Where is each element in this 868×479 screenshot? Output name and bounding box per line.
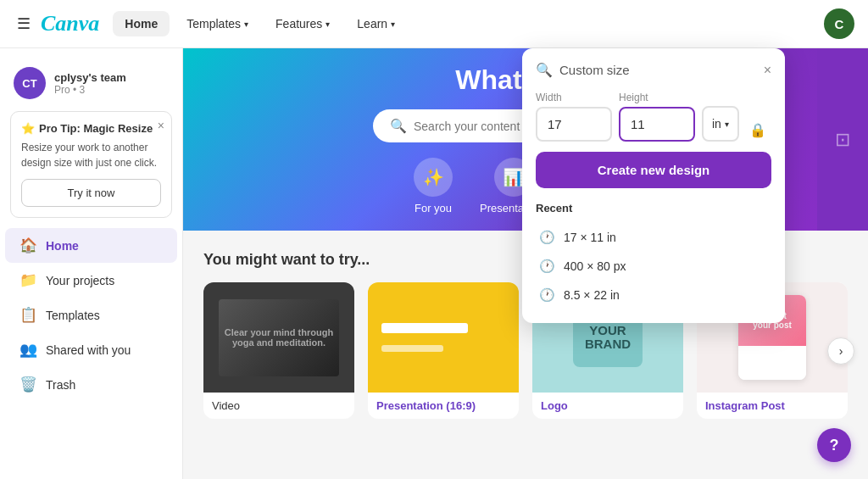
- help-button[interactable]: ?: [817, 428, 851, 462]
- pro-tip-close-button[interactable]: ×: [158, 119, 164, 132]
- sidebar: CT cplysy's team Pro • 3 × ⭐ Pro Tip: Ma…: [0, 48, 183, 479]
- height-field: Height: [619, 92, 695, 142]
- sidebar-item-home[interactable]: 🏠 Home: [5, 228, 177, 263]
- sidebar-nav: 🏠 Home 📁 Your projects 📋 Templates 👥 Sha…: [0, 228, 182, 402]
- sidebar-item-shared[interactable]: 👥 Shared with you: [5, 332, 177, 367]
- recent-item-2[interactable]: 🕐 8.5 × 22 in: [536, 281, 771, 309]
- for-you-label: For you: [415, 202, 452, 214]
- logo-thumb-text: YOURBRAND: [585, 324, 631, 352]
- pres-bar-1: [381, 323, 468, 333]
- star-icon: ⭐: [21, 122, 35, 135]
- presentation-label: Presentation (16:9): [368, 393, 519, 419]
- width-field: Width: [536, 92, 612, 142]
- search-icon: 🔍: [390, 118, 407, 134]
- learn-nav-label: Learn: [357, 17, 387, 31]
- sidebar-item-trash[interactable]: 🗑️ Trash: [5, 367, 177, 402]
- sidebar-item-shared-label: Shared with you: [46, 343, 131, 357]
- recent-item-1-label: 400 × 80 px: [564, 259, 626, 273]
- unit-select[interactable]: in ▾: [702, 106, 739, 142]
- dropdown-search-icon: 🔍: [536, 62, 553, 78]
- for-you-icon: ✨: [414, 158, 453, 197]
- team-sub: Pro • 3: [54, 84, 126, 96]
- scroll-right-button[interactable]: ›: [827, 337, 854, 365]
- templates-icon: 📋: [19, 306, 37, 324]
- pro-tip-card: × ⭐ Pro Tip: Magic Resize Resize your wo…: [10, 111, 172, 218]
- unit-chevron-icon: ▾: [725, 120, 729, 129]
- topnav: ☰ Canva Home Templates ▾ Features ▾ Lear…: [0, 0, 868, 48]
- clock-icon-2: 🕐: [539, 287, 555, 303]
- templates-chevron-icon: ▾: [244, 19, 248, 29]
- height-label: Height: [619, 92, 695, 103]
- recent-label: Recent: [536, 202, 771, 214]
- shared-icon: 👥: [19, 341, 37, 359]
- create-design-button[interactable]: Create new design: [536, 152, 771, 188]
- sidebar-item-trash-label: Trash: [46, 378, 75, 392]
- recent-item-0-label: 17 × 11 in: [564, 231, 616, 244]
- recent-items-list: 🕐 17 × 11 in 🕐 400 × 80 px 🕐 8.5 × 22 in: [536, 223, 771, 309]
- learn-chevron-icon: ▾: [391, 19, 395, 29]
- try-now-button[interactable]: Try it now: [21, 179, 161, 207]
- team-name: cplysy's team: [54, 71, 126, 84]
- design-card-video[interactable]: Clear your mind through yoga and meditat…: [203, 282, 354, 419]
- user-avatar[interactable]: C: [824, 8, 854, 39]
- features-nav-button[interactable]: Features ▾: [265, 11, 340, 36]
- lock-icon: 🔒: [746, 119, 770, 142]
- presentation-thumb: [368, 282, 519, 393]
- templates-nav-label: Templates: [186, 17, 241, 31]
- crop-icon: ⊡: [835, 129, 850, 151]
- dropdown-close-button[interactable]: ×: [764, 63, 771, 78]
- sidebar-item-templates[interactable]: 📋 Templates: [5, 298, 177, 332]
- video-thumb: Clear your mind through yoga and meditat…: [203, 282, 354, 393]
- logo[interactable]: Canva: [41, 11, 99, 36]
- height-input[interactable]: [619, 107, 695, 142]
- pro-tip-title: ⭐ Pro Tip: Magic Resize: [21, 122, 161, 135]
- pres-bar-2: [381, 345, 443, 352]
- recent-item-2-label: 8.5 × 22 in: [564, 288, 620, 302]
- custom-size-dropdown: 🔍 Custom size × Width Height in ▾ 🔒 Crea…: [522, 48, 785, 323]
- recent-item-1[interactable]: 🕐 400 × 80 px: [536, 252, 771, 281]
- pro-tip-text: Resize your work to another design size …: [21, 140, 161, 170]
- width-input[interactable]: [536, 107, 612, 142]
- sidebar-item-templates-label: Templates: [46, 309, 100, 322]
- size-inputs-row: Width Height in ▾ 🔒: [536, 92, 771, 142]
- clock-icon-1: 🕐: [539, 259, 555, 274]
- purple-side-panel: ⊡: [817, 48, 868, 231]
- team-info: cplysy's team Pro • 3: [54, 71, 126, 96]
- trash-icon: 🗑️: [19, 376, 37, 393]
- folder-icon: 📁: [19, 271, 37, 289]
- sidebar-team: CT cplysy's team Pro • 3: [0, 58, 182, 111]
- clock-icon-0: 🕐: [539, 230, 555, 245]
- width-label: Width: [536, 92, 612, 103]
- sidebar-item-home-label: Home: [46, 239, 79, 253]
- instagram-label: Instagram Post: [697, 393, 848, 419]
- video-label: Video: [203, 393, 354, 419]
- features-nav-label: Features: [275, 17, 322, 31]
- features-chevron-icon: ▾: [326, 19, 330, 29]
- hero-icon-for-you[interactable]: ✨ For you: [414, 158, 453, 214]
- hamburger-icon[interactable]: ☰: [14, 11, 34, 36]
- dropdown-header: 🔍 Custom size ×: [536, 62, 771, 78]
- recent-item-0[interactable]: 🕐 17 × 11 in: [536, 223, 771, 252]
- learn-nav-button[interactable]: Learn ▾: [347, 11, 405, 36]
- home-icon: 🏠: [19, 237, 37, 254]
- team-avatar: CT: [14, 67, 46, 99]
- home-nav-button[interactable]: Home: [113, 11, 170, 36]
- unit-value: in: [712, 117, 721, 131]
- sidebar-item-your-projects[interactable]: 📁 Your projects: [5, 263, 177, 298]
- sidebar-item-your-projects-label: Your projects: [46, 274, 114, 287]
- logo-label: Logo: [532, 393, 683, 419]
- dropdown-title: Custom size: [559, 63, 757, 77]
- video-thumb-inner: Clear your mind through yoga and meditat…: [219, 299, 339, 376]
- templates-nav-button[interactable]: Templates ▾: [176, 11, 259, 36]
- design-card-presentation[interactable]: Presentation (16:9): [368, 282, 519, 419]
